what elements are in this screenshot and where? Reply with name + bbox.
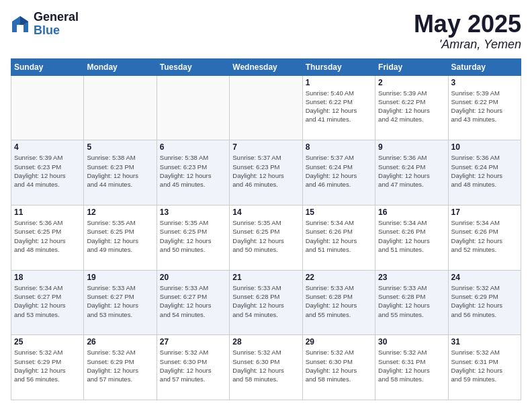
- day-info: Sunrise: 5:32 AM Sunset: 6:29 PM Dayligh…: [87, 348, 153, 383]
- day-info: Sunrise: 5:37 AM Sunset: 6:23 PM Dayligh…: [232, 153, 299, 189]
- day-info: Sunrise: 5:37 AM Sunset: 6:24 PM Dayligh…: [306, 153, 372, 189]
- title-month: May 2025: [414, 11, 521, 38]
- calendar-cell: 1Sunrise: 5:40 AM Sunset: 6:22 PM Daylig…: [302, 75, 375, 140]
- day-number: 9: [378, 142, 445, 152]
- col-thursday: Thursday: [302, 58, 375, 75]
- day-info: Sunrise: 5:38 AM Sunset: 6:23 PM Dayligh…: [160, 153, 226, 189]
- logo-text: General Blue: [34, 11, 79, 38]
- calendar-cell: 12Sunrise: 5:35 AM Sunset: 6:25 PM Dayli…: [84, 205, 157, 270]
- calendar-cell: 24Sunrise: 5:32 AM Sunset: 6:29 PM Dayli…: [448, 270, 521, 335]
- calendar-cell: 10Sunrise: 5:36 AM Sunset: 6:24 PM Dayli…: [448, 140, 521, 205]
- day-info: Sunrise: 5:33 AM Sunset: 6:27 PM Dayligh…: [87, 283, 153, 319]
- svg-rect-2: [17, 25, 24, 32]
- day-info: Sunrise: 5:35 AM Sunset: 6:25 PM Dayligh…: [87, 218, 153, 254]
- day-number: 2: [378, 78, 445, 87]
- calendar-cell: 6Sunrise: 5:38 AM Sunset: 6:23 PM Daylig…: [157, 140, 229, 205]
- day-number: 14: [232, 208, 299, 217]
- calendar-cell: 22Sunrise: 5:33 AM Sunset: 6:28 PM Dayli…: [302, 270, 375, 335]
- calendar-cell: 9Sunrise: 5:36 AM Sunset: 6:24 PM Daylig…: [375, 140, 448, 205]
- calendar-cell: 3Sunrise: 5:39 AM Sunset: 6:22 PM Daylig…: [448, 75, 521, 140]
- calendar-cell: 30Sunrise: 5:32 AM Sunset: 6:31 PM Dayli…: [375, 335, 448, 400]
- day-number: 7: [232, 142, 299, 152]
- calendar-cell: [230, 75, 302, 140]
- day-info: Sunrise: 5:35 AM Sunset: 6:25 PM Dayligh…: [232, 218, 299, 254]
- calendar-cell: 23Sunrise: 5:33 AM Sunset: 6:28 PM Dayli…: [375, 270, 448, 335]
- calendar-cell: 27Sunrise: 5:32 AM Sunset: 6:30 PM Dayli…: [157, 335, 229, 400]
- calendar-cell: 14Sunrise: 5:35 AM Sunset: 6:25 PM Dayli…: [230, 205, 302, 270]
- day-number: 5: [87, 142, 153, 152]
- day-number: 10: [451, 142, 518, 152]
- day-number: 21: [232, 273, 299, 282]
- day-info: Sunrise: 5:32 AM Sunset: 6:31 PM Dayligh…: [451, 348, 518, 383]
- calendar-cell: 18Sunrise: 5:34 AM Sunset: 6:27 PM Dayli…: [11, 270, 84, 335]
- day-info: Sunrise: 5:34 AM Sunset: 6:27 PM Dayligh…: [14, 283, 81, 319]
- calendar-cell: 2Sunrise: 5:39 AM Sunset: 6:22 PM Daylig…: [375, 75, 448, 140]
- calendar-cell: 20Sunrise: 5:33 AM Sunset: 6:27 PM Dayli…: [157, 270, 229, 335]
- day-info: Sunrise: 5:33 AM Sunset: 6:27 PM Dayligh…: [160, 283, 226, 319]
- col-tuesday: Tuesday: [157, 58, 229, 75]
- day-info: Sunrise: 5:39 AM Sunset: 6:22 PM Dayligh…: [378, 89, 445, 124]
- calendar-row-3: 18Sunrise: 5:34 AM Sunset: 6:27 PM Dayli…: [11, 270, 521, 335]
- day-number: 28: [232, 337, 299, 347]
- col-wednesday: Wednesday: [230, 58, 302, 75]
- day-number: 15: [306, 208, 372, 217]
- day-number: 22: [306, 273, 372, 282]
- day-number: 16: [378, 208, 445, 217]
- day-info: Sunrise: 5:39 AM Sunset: 6:23 PM Dayligh…: [14, 153, 81, 189]
- day-number: 26: [87, 337, 153, 347]
- day-info: Sunrise: 5:33 AM Sunset: 6:28 PM Dayligh…: [306, 283, 372, 319]
- day-info: Sunrise: 5:32 AM Sunset: 6:31 PM Dayligh…: [378, 348, 445, 383]
- calendar-cell: 4Sunrise: 5:39 AM Sunset: 6:23 PM Daylig…: [11, 140, 84, 205]
- day-number: 29: [306, 337, 372, 347]
- calendar-cell: 19Sunrise: 5:33 AM Sunset: 6:27 PM Dayli…: [84, 270, 157, 335]
- calendar-cell: 5Sunrise: 5:38 AM Sunset: 6:23 PM Daylig…: [84, 140, 157, 205]
- day-number: 19: [87, 273, 153, 282]
- day-number: 12: [87, 208, 153, 217]
- col-sunday: Sunday: [11, 58, 84, 75]
- day-info: Sunrise: 5:32 AM Sunset: 6:29 PM Dayligh…: [451, 283, 518, 319]
- calendar-cell: 25Sunrise: 5:32 AM Sunset: 6:29 PM Dayli…: [11, 335, 84, 400]
- calendar-cell: 8Sunrise: 5:37 AM Sunset: 6:24 PM Daylig…: [302, 140, 375, 205]
- title-location: 'Amran, Yemen: [414, 38, 521, 52]
- day-info: Sunrise: 5:33 AM Sunset: 6:28 PM Dayligh…: [378, 283, 445, 319]
- day-info: Sunrise: 5:36 AM Sunset: 6:25 PM Dayligh…: [14, 218, 81, 254]
- day-info: Sunrise: 5:35 AM Sunset: 6:25 PM Dayligh…: [160, 218, 226, 254]
- logo-blue-text: Blue: [34, 24, 79, 38]
- calendar-cell: 11Sunrise: 5:36 AM Sunset: 6:25 PM Dayli…: [11, 205, 84, 270]
- day-number: 1: [306, 78, 372, 87]
- day-info: Sunrise: 5:34 AM Sunset: 6:26 PM Dayligh…: [306, 218, 372, 254]
- calendar-row-0: 1Sunrise: 5:40 AM Sunset: 6:22 PM Daylig…: [11, 75, 521, 140]
- day-info: Sunrise: 5:39 AM Sunset: 6:22 PM Dayligh…: [451, 89, 518, 124]
- calendar-cell: 17Sunrise: 5:34 AM Sunset: 6:26 PM Dayli…: [448, 205, 521, 270]
- day-info: Sunrise: 5:34 AM Sunset: 6:26 PM Dayligh…: [451, 218, 518, 254]
- logo-general-text: General: [34, 11, 79, 24]
- calendar-table: Sunday Monday Tuesday Wednesday Thursday…: [11, 58, 521, 400]
- day-number: 3: [451, 78, 518, 87]
- day-number: 27: [160, 337, 226, 347]
- col-saturday: Saturday: [448, 58, 521, 75]
- calendar-cell: 28Sunrise: 5:32 AM Sunset: 6:30 PM Dayli…: [230, 335, 302, 400]
- calendar-cell: 16Sunrise: 5:34 AM Sunset: 6:26 PM Dayli…: [375, 205, 448, 270]
- logo-icon: [11, 15, 30, 34]
- calendar-cell: [84, 75, 157, 140]
- title-block: May 2025 'Amran, Yemen: [414, 11, 521, 52]
- day-number: 17: [451, 208, 518, 217]
- calendar-cell: 7Sunrise: 5:37 AM Sunset: 6:23 PM Daylig…: [230, 140, 302, 205]
- calendar-cell: 13Sunrise: 5:35 AM Sunset: 6:25 PM Dayli…: [157, 205, 229, 270]
- day-info: Sunrise: 5:32 AM Sunset: 6:30 PM Dayligh…: [306, 348, 372, 383]
- day-number: 18: [14, 273, 81, 282]
- day-info: Sunrise: 5:32 AM Sunset: 6:29 PM Dayligh…: [14, 348, 81, 383]
- calendar-cell: 15Sunrise: 5:34 AM Sunset: 6:26 PM Dayli…: [302, 205, 375, 270]
- logo: General Blue: [11, 11, 79, 38]
- day-number: 4: [14, 142, 81, 152]
- col-monday: Monday: [84, 58, 157, 75]
- day-info: Sunrise: 5:38 AM Sunset: 6:23 PM Dayligh…: [87, 153, 153, 189]
- day-info: Sunrise: 5:40 AM Sunset: 6:22 PM Dayligh…: [306, 89, 372, 124]
- day-number: 24: [451, 273, 518, 282]
- day-number: 25: [14, 337, 81, 347]
- day-number: 13: [160, 208, 226, 217]
- calendar-cell: 29Sunrise: 5:32 AM Sunset: 6:30 PM Dayli…: [302, 335, 375, 400]
- calendar-row-1: 4Sunrise: 5:39 AM Sunset: 6:23 PM Daylig…: [11, 140, 521, 205]
- page: General Blue May 2025 'Amran, Yemen Sund…: [0, 0, 532, 411]
- day-number: 6: [160, 142, 226, 152]
